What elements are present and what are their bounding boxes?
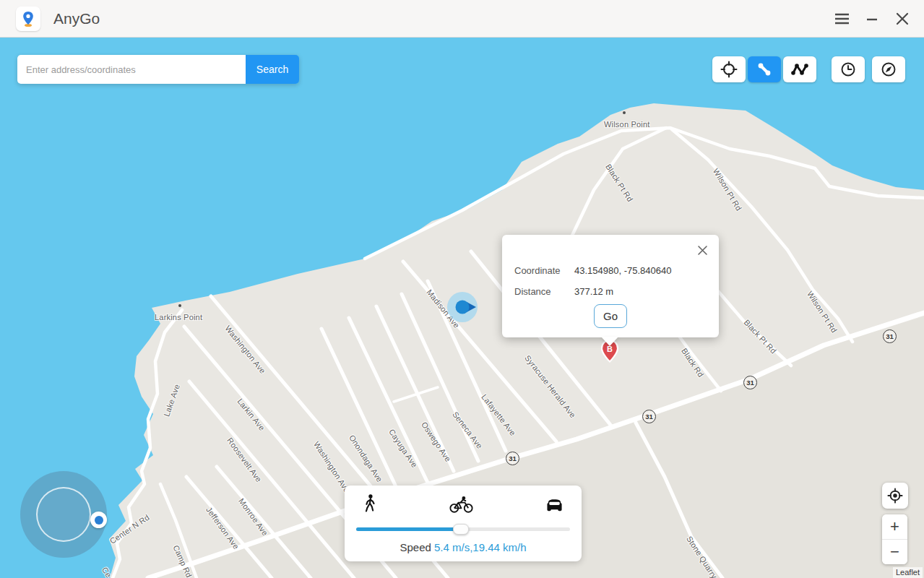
menu-button[interactable]	[833, 10, 850, 27]
slider-fill	[356, 527, 461, 531]
speed-panel: Speed 5.4 m/s,19.44 km/h	[345, 486, 582, 561]
search-bar: Search	[17, 55, 299, 84]
app-logo	[16, 7, 40, 31]
app-title: AnyGo	[53, 10, 100, 27]
clock-icon	[839, 61, 857, 78]
popup-close-icon[interactable]	[696, 243, 709, 256]
popup-pointer	[601, 337, 618, 346]
road-label: Wilson Point	[604, 120, 650, 129]
distance-row: Distance 377.12 m	[502, 276, 719, 297]
search-input[interactable]	[17, 55, 246, 84]
speed-label: Speed	[400, 541, 431, 553]
anygo-window: Wilson PointBlack Pt RdWilson Pt RdWilso…	[0, 0, 924, 578]
minimize-icon	[866, 13, 878, 25]
history-button[interactable]	[832, 56, 865, 82]
joystick-control	[20, 471, 107, 558]
compass-icon	[880, 61, 897, 78]
joystick-compass-button[interactable]	[872, 56, 905, 82]
speed-value: 5.4 m/s,19.44 km/h	[434, 541, 527, 553]
drive-speed-icon[interactable]	[545, 496, 564, 516]
zoom-in-button[interactable]: +	[882, 514, 907, 540]
coordinate-row: Coordinate 43.154980, -75.840640	[502, 235, 719, 276]
mode-toolbar	[712, 56, 905, 82]
go-button[interactable]: Go	[594, 304, 627, 328]
close-button[interactable]	[894, 10, 911, 27]
coordinate-label: Coordinate	[514, 265, 574, 276]
distance-label: Distance	[514, 286, 574, 297]
leaflet-attribution[interactable]: Leaflet	[893, 567, 923, 578]
route-shield: 31	[743, 376, 757, 389]
map-canvas[interactable]: Wilson PointBlack Pt RdWilson Pt RdWilso…	[0, 38, 924, 578]
joystick-ring	[36, 487, 91, 542]
wilson-point-dot	[623, 111, 626, 114]
speed-readout: Speed 5.4 m/s,19.44 km/h	[345, 541, 582, 553]
locate-icon	[887, 488, 903, 504]
road-label: Larkins Point	[155, 313, 202, 322]
multi-spot-route-button[interactable]	[783, 56, 816, 82]
speed-slider[interactable]	[356, 524, 570, 535]
joystick-handle-dot	[95, 516, 103, 525]
locate-me-button[interactable]	[882, 483, 908, 509]
route-shield: 31	[642, 410, 656, 423]
hamburger-icon	[834, 13, 850, 25]
route-shield: 31	[506, 452, 519, 465]
route-popup: Coordinate 43.154980, -75.840640 Distanc…	[502, 235, 719, 337]
slider-thumb[interactable]	[453, 524, 469, 535]
zoom-out-button[interactable]: −	[882, 540, 907, 564]
distance-value: 377.12 m	[574, 286, 613, 297]
search-button[interactable]: Search	[246, 55, 299, 84]
route-shield: 31	[883, 329, 897, 343]
current-location-marker	[446, 291, 478, 323]
coordinate-value: 43.154980, -75.840640	[574, 265, 671, 276]
map-pin-icon	[20, 10, 37, 27]
teleport-mode-button[interactable]	[712, 56, 746, 82]
title-bar: AnyGo	[0, 0, 924, 38]
route-mode-group	[712, 56, 816, 82]
two-spot-route-button[interactable]	[748, 56, 781, 82]
close-icon	[896, 12, 909, 25]
joystick-handle[interactable]	[90, 512, 107, 528]
window-controls	[833, 10, 911, 27]
zoom-control: + −	[882, 514, 907, 564]
minimize-button[interactable]	[863, 10, 881, 27]
cycle-speed-icon[interactable]	[449, 496, 473, 516]
larkins-point-dot	[178, 304, 181, 307]
walk-speed-icon[interactable]	[362, 493, 378, 516]
